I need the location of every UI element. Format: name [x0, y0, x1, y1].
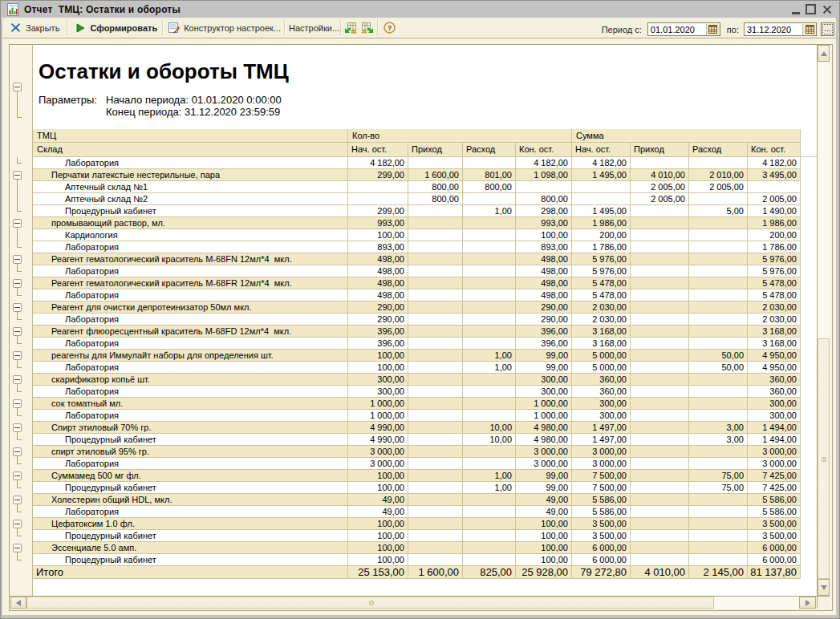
- table-header-row[interactable]: ТМЦКол-воСумма: [33, 129, 801, 143]
- table-total-row[interactable]: Итого25 153,001 600,00825,0025 928,0079 …: [33, 566, 801, 579]
- collapse-group-button[interactable]: [13, 327, 22, 336]
- collapse-group-button[interactable]: [13, 375, 22, 384]
- table-detail-row[interactable]: Аптечный склад №2800,00800,002 005,002 0…: [33, 193, 801, 205]
- group-bracket-end: [17, 271, 22, 272]
- collapse-group-button[interactable]: [13, 496, 22, 504]
- restore-settings-button[interactable]: [344, 18, 357, 38]
- table-cell: 2 030,00: [572, 314, 631, 325]
- table-group-row[interactable]: Эссенциале 5.0 амп.100,00100,006 000,006…: [33, 542, 801, 554]
- period-from-calendar-button[interactable]: [706, 24, 720, 35]
- group-bracket-end: [17, 488, 22, 488]
- period-to-input[interactable]: 31.12.2020: [745, 25, 802, 34]
- table-cell: [463, 265, 516, 277]
- table-group-row[interactable]: скарификатор копьё шт.300,00300,00360,00…: [33, 374, 801, 386]
- collapse-group-button[interactable]: [13, 351, 22, 360]
- table-cell: 100,00: [348, 482, 408, 493]
- close-button[interactable]: [822, 4, 832, 15]
- minus-icon: [14, 259, 20, 260]
- table-cell: 3 000,00: [572, 446, 631, 457]
- minimize-button[interactable]: [792, 4, 800, 15]
- table-group-row[interactable]: Перчатки латекстые нестерильные, пара299…: [33, 169, 801, 181]
- table-detail-row[interactable]: Лаборатория100,001,0099,005 000,0050,004…: [33, 362, 801, 374]
- table-group-row[interactable]: реагенты для Иммулайт наборы для определ…: [33, 350, 801, 362]
- table-group-row[interactable]: Реагент флюоресцентный краситель М-68FD …: [33, 326, 801, 338]
- table-detail-row[interactable]: Лаборатория893,00893,001 786,001 786,00: [33, 241, 801, 253]
- table-detail-row[interactable]: Лаборатория300,00300,00360,00360,00: [33, 386, 801, 398]
- table-detail-row[interactable]: Лаборатория49,0049,005 586,005 586,00: [33, 506, 801, 518]
- table-group-row[interactable]: Реагент гематологический краситель М-68F…: [33, 253, 801, 265]
- scroll-left-button[interactable]: [10, 597, 26, 609]
- period-from-input[interactable]: 01.01.2020: [648, 25, 706, 34]
- table-cell: 6 000,00: [748, 542, 801, 553]
- table-cell: [631, 410, 689, 421]
- generate-button[interactable]: Сформировать: [75, 18, 157, 38]
- vertical-scroll-thumb[interactable]: [818, 338, 830, 579]
- table-cell: 800,00: [463, 181, 516, 192]
- table-cell: 10,00: [463, 422, 516, 433]
- collapse-group-button[interactable]: [13, 399, 22, 408]
- table-detail-row[interactable]: Аптечный склад №1800,00800,002 005,002 0…: [33, 181, 801, 193]
- table-detail-row[interactable]: Лаборатория498,00498,005 478,005 478,00: [33, 289, 801, 301]
- table-detail-row[interactable]: Процедурный кабинет100,001,0099,007 500,…: [33, 482, 801, 494]
- table-cell: [463, 458, 516, 469]
- horizontal-scrollbar[interactable]: [10, 596, 817, 609]
- period-to-calendar-button[interactable]: [802, 24, 816, 35]
- table-cell: 81 137,80: [748, 566, 801, 578]
- settings-button[interactable]: Настройки...: [289, 18, 339, 38]
- table-cell: [408, 494, 463, 505]
- minus-icon: [14, 87, 20, 87]
- collapse-group-button[interactable]: [13, 219, 22, 228]
- table-detail-row[interactable]: Кардиология100,00100,00200,00200,00: [33, 229, 801, 241]
- vertical-scrollbar[interactable]: [817, 45, 830, 596]
- collapse-group-button[interactable]: [13, 303, 22, 312]
- table-group-row[interactable]: Спирт этиловый 70% гр.4 990,0010,004 980…: [33, 422, 801, 434]
- table-detail-row[interactable]: Лаборатория3 000,003 000,003 000,003 000…: [33, 458, 801, 470]
- table-detail-row[interactable]: Процедурный кабинет4 990,0010,004 980,00…: [33, 434, 801, 446]
- table-cell: 300,00: [516, 386, 572, 397]
- table-detail-row[interactable]: Лаборатория1 000,001 000,00300,00300,00: [33, 410, 801, 422]
- table-cell: 825,00: [463, 566, 516, 578]
- scroll-up-button[interactable]: [818, 45, 830, 62]
- collapse-group-button[interactable]: [13, 447, 22, 456]
- table-group-row[interactable]: спирт этиловый 95% гр.3 000,003 000,003 …: [33, 446, 801, 458]
- collapse-group-button[interactable]: [13, 255, 22, 264]
- group-bracket-end: [17, 343, 22, 344]
- period-more-button[interactable]: ...: [821, 22, 834, 36]
- scroll-down-button[interactable]: [818, 579, 830, 596]
- table-detail-row[interactable]: Процедурный кабинет299,001,00298,001 495…: [33, 205, 801, 217]
- collapse-group-button[interactable]: [13, 520, 22, 528]
- collapse-group-button[interactable]: [13, 279, 22, 288]
- table-cell: [689, 338, 748, 349]
- collapse-group-button[interactable]: [13, 83, 22, 91]
- table-group-row[interactable]: сок томатный мл.1 000,001 000,00300,0030…: [33, 398, 801, 410]
- table-header-row[interactable]: СкладНач. ост.ПриходРасходКон. ост.Нач. …: [33, 143, 801, 157]
- close-report-button[interactable]: Закрыть: [10, 18, 59, 38]
- help-button[interactable]: ?: [383, 18, 396, 38]
- table-cell: [463, 289, 516, 301]
- table-group-row[interactable]: Холестерин общий HDL, мкл.49,0049,005 58…: [33, 494, 801, 506]
- table-group-row[interactable]: Реагент для очистки депротеинизатор 50мл…: [33, 301, 801, 314]
- table-detail-row[interactable]: Лаборатория396,00396,003 168,003 168,00: [33, 338, 801, 350]
- scroll-right-button[interactable]: [799, 597, 816, 609]
- group-bracket-end: [17, 117, 22, 118]
- maximize-button[interactable]: [806, 4, 816, 15]
- settings-constructor-button[interactable]: Конструктор настроек...: [168, 18, 281, 38]
- table-detail-row[interactable]: Лаборатория498,00498,005 976,005 976,00: [33, 265, 801, 277]
- table-group-row[interactable]: Реагент гематологический краситель М-68F…: [33, 277, 801, 289]
- collapse-group-button[interactable]: [13, 471, 22, 480]
- table-detail-row[interactable]: Лаборатория290,00290,002 030,002 030,00: [33, 314, 801, 326]
- table-detail-row[interactable]: Лаборатория4 182,004 182,004 182,004 182…: [33, 157, 801, 169]
- table-cell: 290,00: [516, 301, 572, 313]
- table-detail-row[interactable]: Процедурный кабинет100,00100,006 000,006…: [33, 554, 801, 566]
- table-cell: 25 153,00: [348, 566, 408, 578]
- table-cell: 300,00: [348, 374, 408, 385]
- collapse-group-button[interactable]: [13, 171, 22, 180]
- table-group-row[interactable]: промывающий раствор, мл.993,00993,001 98…: [33, 217, 801, 229]
- table-group-row[interactable]: Суммамед 500 мг фл.100,001,0099,007 500,…: [33, 470, 801, 482]
- collapse-group-button[interactable]: [13, 544, 22, 552]
- table-group-row[interactable]: Цефатоксим 1.0 фл.100,00100,003 500,003 …: [33, 518, 801, 530]
- collapse-group-button[interactable]: [13, 423, 22, 432]
- horizontal-scroll-thumb[interactable]: [26, 597, 714, 609]
- save-settings-button[interactable]: [361, 18, 374, 38]
- table-detail-row[interactable]: Процедурный кабинет100,00100,003 500,003…: [33, 530, 801, 542]
